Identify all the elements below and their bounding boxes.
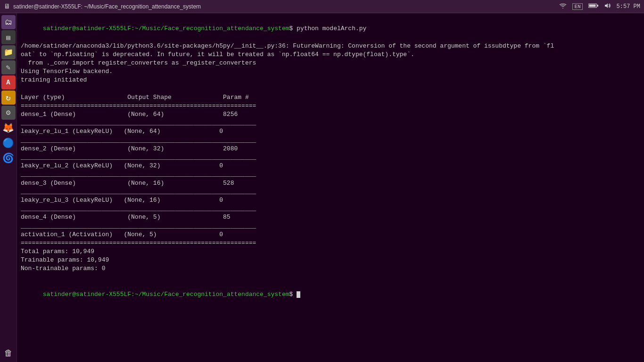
sidebar-terminal-icon[interactable]: ▤ xyxy=(1,30,16,44)
layer-leaky2: leaky_re_lu_2 (LeakyReLU) (None, 32) 0 xyxy=(21,162,640,170)
sidebar-edit-icon[interactable]: ✎ xyxy=(1,60,16,74)
sidebar-update-icon[interactable]: ↻ xyxy=(1,90,16,105)
terminal-prompt-line: satinder@satinder-X555LF:~/Music/Face_re… xyxy=(21,16,640,42)
training-line: training initiated xyxy=(21,76,640,84)
table-sep-bottom: ========================================… xyxy=(21,239,640,247)
layer-dense1: dense_1 (Dense) (None, 64) 8256 xyxy=(21,110,640,119)
sidebar-software-icon[interactable]: A xyxy=(1,75,16,90)
svg-rect-1 xyxy=(597,5,598,7)
titlebar-right: EN 5:57 PM xyxy=(559,2,640,11)
wifi-icon xyxy=(559,2,567,11)
total-params: Total params: 10,949 xyxy=(21,247,640,256)
warning-line-1: /home/satinder/anaconda3/lib/python3.6/s… xyxy=(21,42,640,50)
layer-leaky3: leaky_re_lu_3 (LeakyReLU) (None, 16) 0 xyxy=(21,196,640,205)
prompt-dollar: $ python modelArch.py xyxy=(289,25,367,32)
warning-line-3: from ._conv import register_converters a… xyxy=(21,59,640,67)
sep-2: ________________________________________… xyxy=(21,136,640,145)
blank-line-2 xyxy=(21,273,640,282)
layer-dense2: dense_2 (Dense) (None, 32) 2080 xyxy=(21,145,640,153)
table-sep-top: ========================================… xyxy=(21,102,640,110)
prompt2-username: satinder@satinder-X555LF xyxy=(43,291,131,298)
non-trainable-params: Non-trainable params: 0 xyxy=(21,264,640,273)
svg-marker-3 xyxy=(605,3,608,8)
sep-5: ________________________________________… xyxy=(21,188,640,196)
tensorflow-line: Using TensorFlow backend. xyxy=(21,67,640,76)
terminal-tab-icon: 🖥 xyxy=(4,3,10,10)
sidebar-settings-icon[interactable]: ⚙ xyxy=(1,106,16,120)
layer-dense4: dense_4 (Dense) (None, 5) 85 xyxy=(21,213,640,222)
battery-icon xyxy=(588,3,599,10)
sep-6: ________________________________________… xyxy=(21,205,640,213)
sidebar-firefox-icon[interactable]: 🦊 xyxy=(1,121,16,135)
layer-activation1: activation_1 (Activation) (None, 5) 0 xyxy=(21,230,640,239)
prompt-path: :~/Music/Face_recognition_attendance_sys… xyxy=(131,25,289,32)
sidebar-files-icon[interactable]: 🗂 xyxy=(1,15,16,29)
terminal-area[interactable]: satinder@satinder-X555LF:~/Music/Face_re… xyxy=(17,13,644,362)
prompt2-dollar: $ xyxy=(289,291,297,298)
sidebar-chrome-icon[interactable]: 🔵 xyxy=(1,136,16,150)
layer-dense3: dense_3 (Dense) (None, 16) 528 xyxy=(21,179,640,188)
table-header: Layer (type) Output Shape Param # xyxy=(21,93,640,102)
lang-indicator[interactable]: EN xyxy=(572,3,582,10)
titlebar-title: satinder@satinder-X555LF: ~/Music/Face_r… xyxy=(13,3,201,10)
clock: 5:57 PM xyxy=(617,3,640,10)
sidebar: 🗂 ▤ 📁 ✎ A ↻ ⚙ 🦊 🔵 🌀 🗑 xyxy=(0,13,17,362)
sidebar-store-icon[interactable]: 🌀 xyxy=(1,151,16,165)
prompt2-path: :~/Music/Face_recognition_attendance_sys… xyxy=(131,291,289,298)
sidebar-trash-icon[interactable]: 🗑 xyxy=(1,346,16,360)
main-layout: 🗂 ▤ 📁 ✎ A ↻ ⚙ 🦊 🔵 🌀 🗑 satinder@satinder-… xyxy=(0,13,644,362)
titlebar-left: 🖥 satinder@satinder-X555LF: ~/Music/Face… xyxy=(4,3,201,10)
sep-1: ________________________________________… xyxy=(21,119,640,127)
svg-rect-2 xyxy=(589,4,595,7)
titlebar: 🖥 satinder@satinder-X555LF: ~/Music/Face… xyxy=(0,0,644,13)
prompt-username: satinder@satinder-X555LF xyxy=(43,25,131,32)
cursor xyxy=(297,291,300,298)
warning-line-2: oat` to `np.floating` is deprecated. In … xyxy=(21,50,640,59)
blank-line-1 xyxy=(21,85,640,93)
layer-leaky1: leaky_re_lu_1 (LeakyReLU) (None, 64) 0 xyxy=(21,127,640,136)
sep-3: ________________________________________… xyxy=(21,153,640,162)
sidebar-folder-icon[interactable]: 📁 xyxy=(1,45,16,59)
terminal-prompt-line-2: satinder@satinder-X555LF:~/Music/Face_re… xyxy=(21,282,640,308)
sep-4: ________________________________________… xyxy=(21,170,640,179)
trainable-params: Trainable params: 10,949 xyxy=(21,256,640,264)
sep-7: ________________________________________… xyxy=(21,222,640,230)
volume-icon xyxy=(604,2,611,11)
